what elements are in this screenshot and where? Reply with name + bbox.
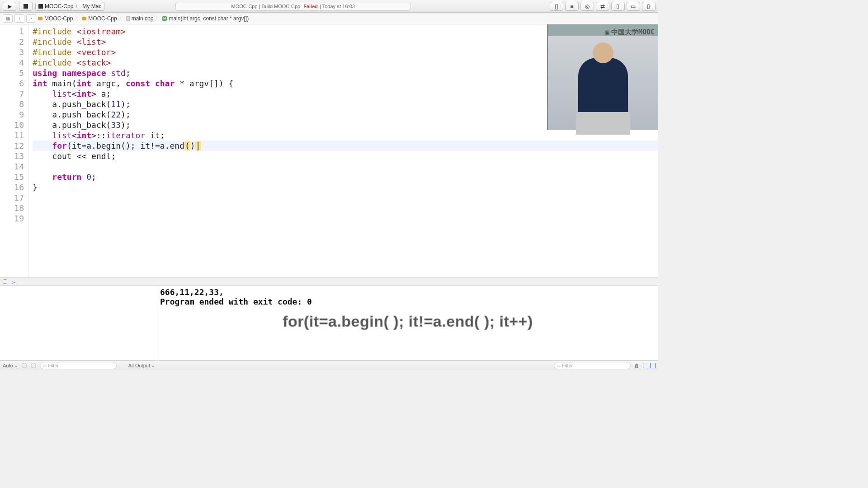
rings-icon: ◎	[585, 3, 590, 9]
filter-icon: ⌕	[43, 363, 46, 368]
code-line[interactable]	[33, 213, 658, 224]
code-line[interactable]	[33, 161, 658, 172]
code-line[interactable]	[33, 203, 658, 213]
version-editor-button[interactable]: ⇄	[596, 2, 609, 11]
trash-icon[interactable]: 🗑	[634, 363, 639, 368]
pane-toggle-group	[643, 363, 656, 368]
panel-bottom-icon: ▭	[631, 3, 636, 9]
video-overlay: ▣ 中国大学MOOC	[547, 24, 658, 130]
toolbar: ▶ MOOC-Cpp 〉 My Mac MOOC-Cpp | Build MOO…	[0, 0, 658, 13]
panel-right-button[interactable]: ▯	[642, 2, 656, 11]
info-icon[interactable]	[22, 363, 27, 368]
arrows-icon: ⇄	[600, 3, 605, 9]
file-icon	[126, 16, 130, 21]
nav-back-button[interactable]: ‹	[14, 14, 24, 23]
laptop-icon	[576, 112, 630, 135]
right-pane-toggle[interactable]	[650, 363, 656, 368]
panel-bottom-button[interactable]: ▭	[627, 2, 640, 11]
nav-forward-button[interactable]: ›	[26, 14, 36, 23]
breakpoint-toggle-icon[interactable]	[3, 279, 7, 284]
xcode-window: ▶ MOOC-Cpp 〉 My Mac MOOC-Cpp | Build MOO…	[0, 0, 658, 370]
panel-right-icon: ▯	[647, 3, 650, 9]
project-icon	[38, 17, 42, 20]
run-button[interactable]: ▶	[3, 2, 16, 11]
related-items-button[interactable]: ▦	[3, 14, 13, 23]
play-icon: ▶	[8, 3, 12, 9]
code-line[interactable]: list<int>::iterator it;	[33, 130, 658, 141]
variables-filter-input[interactable]: ⌕ Filter	[40, 362, 117, 369]
debug-console: 666,11,22,33, Program ended with exit co…	[0, 286, 658, 360]
panel-left-icon: ▯	[616, 3, 619, 9]
code-line[interactable]: return 0;	[33, 172, 658, 182]
target-name: My Mac	[82, 3, 101, 9]
left-pane-toggle[interactable]	[643, 363, 648, 368]
console-line: 666,11,22,33,	[160, 287, 656, 297]
line-gutter: 12345678910111213141516171819	[0, 24, 29, 277]
code-line[interactable]	[33, 192, 658, 203]
scheme-icon	[38, 4, 43, 9]
auto-selector[interactable]: Auto ⌄	[3, 362, 18, 368]
filter-icon: ⌕	[557, 363, 560, 368]
standard-editor-button[interactable]: ≡	[565, 2, 579, 11]
video-subtitle: for(it=a.begin( ); it!=a.end( ); it++)	[283, 313, 533, 330]
activity-status[interactable]: MOOC-Cpp | Build MOOC-Cpp: Failed | Toda…	[175, 2, 410, 11]
console-output[interactable]: 666,11,22,33, Program ended with exit co…	[157, 286, 658, 360]
panel-left-button[interactable]: ▯	[611, 2, 625, 11]
lecturer-figure	[578, 58, 628, 135]
continue-icon[interactable]: ▻	[12, 279, 20, 284]
scheme-name: MOOC-Cpp	[45, 3, 73, 9]
scheme-selector[interactable]: MOOC-Cpp 〉 My Mac	[35, 2, 104, 11]
code-line[interactable]: }	[33, 182, 658, 192]
stop-button[interactable]	[19, 2, 33, 11]
function-icon: M	[162, 16, 167, 21]
variables-view[interactable]	[0, 286, 157, 360]
code-line[interactable]: cout << endl;	[33, 151, 658, 161]
info2-icon[interactable]	[31, 363, 36, 368]
breadcrumb[interactable]: MOOC-Cpp 〉 MOOC-Cpp 〉 main.cpp 〉 M main(…	[38, 14, 249, 22]
debug-bar[interactable]: ▻	[0, 277, 658, 286]
console-filter-input[interactable]: ⌕ Filter	[554, 362, 631, 369]
lines-icon: ≡	[570, 3, 573, 9]
code-snippets-button[interactable]: {}	[550, 2, 563, 11]
code-line[interactable]: for(it=a.begin(); it!=a.end()|	[33, 141, 658, 151]
video-scene	[548, 36, 658, 130]
console-line: Program ended with exit code: 0	[160, 297, 656, 306]
folder-icon	[82, 17, 86, 20]
braces-icon: {}	[555, 3, 558, 9]
output-selector[interactable]: All Output ⌄	[128, 362, 155, 368]
bottom-bar: Auto ⌄ ⌕ Filter All Output ⌄ ⌕ Filter 🗑	[0, 360, 658, 370]
jump-bar: ▦ ‹ › MOOC-Cpp 〉 MOOC-Cpp 〉 main.cpp 〉 M…	[0, 13, 658, 24]
toolbar-right-group: {} ≡ ◎ ⇄ ▯ ▭ ▯	[550, 2, 656, 11]
stop-icon	[24, 4, 28, 9]
editor-area: 12345678910111213141516171819 #include <…	[0, 24, 658, 277]
assistant-editor-button[interactable]: ◎	[580, 2, 594, 11]
